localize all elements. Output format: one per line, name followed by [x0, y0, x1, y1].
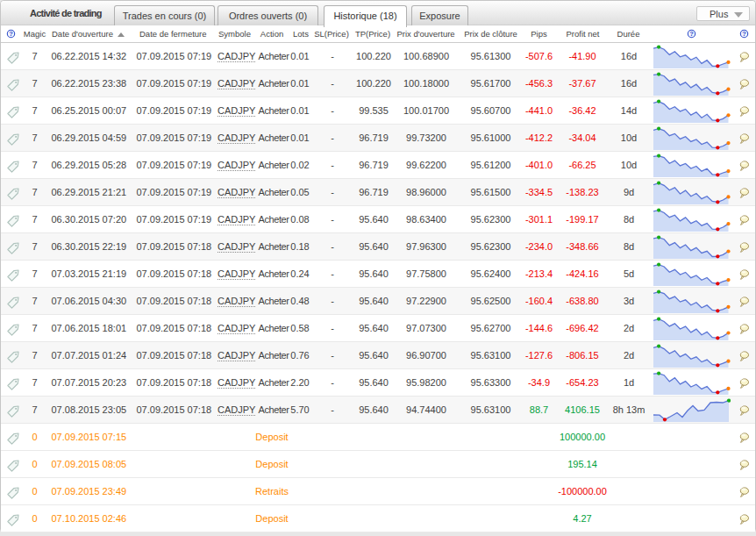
svg-text:?: ?	[9, 30, 13, 38]
svg-text:?: ?	[689, 30, 694, 38]
svg-text:?: ?	[742, 30, 746, 38]
